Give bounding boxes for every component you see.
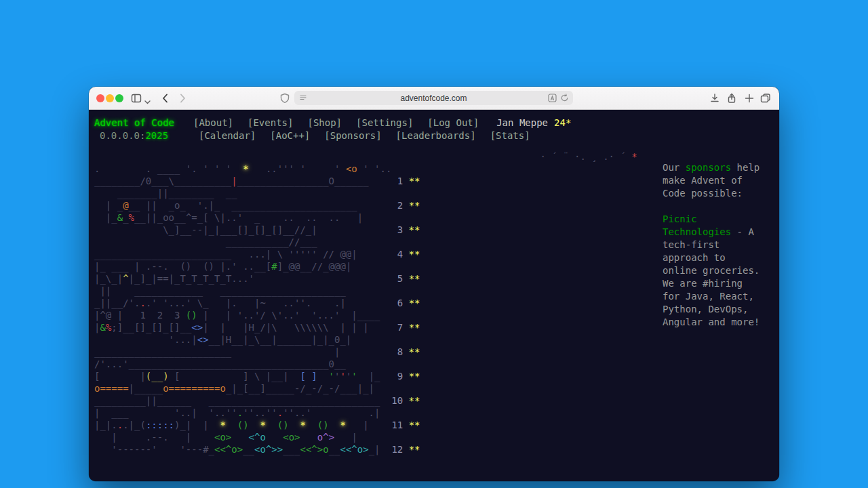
- calendar-art-line: · ´ ¨ ·. ¸ .· ´ *: [94, 151, 637, 162]
- nav-link-calendar[interactable]: [Calendar]: [199, 130, 256, 141]
- calendar-day-stars: **: [409, 444, 420, 455]
- calendar-day-stars: **: [409, 346, 420, 357]
- calendar: · ´ ¨ ·. ¸ .· ´ * . . ____ '. ' ' ' * ..…: [94, 150, 637, 455]
- calendar-day-number: 7: [391, 322, 408, 333]
- reader-icon[interactable]: [299, 94, 307, 104]
- calendar-day-number: 4: [391, 249, 408, 260]
- close-button[interactable]: [96, 94, 104, 102]
- event-year-link[interactable]: 2025: [145, 130, 168, 141]
- sponsors-link[interactable]: sponsors: [686, 162, 731, 173]
- url-text: adventofcode.com: [400, 94, 467, 103]
- calendar-day-stars: **: [409, 298, 420, 308]
- calendar-day-7-link[interactable]: |&%;]__[]_[]_[]__<>| | |H_/|\ \\\\\\ | |…: [94, 322, 420, 333]
- calendar-day-stars: **: [409, 322, 420, 333]
- calendar-art-line: '...|<>__|H__|_\__|______|_|_0_|: [94, 334, 351, 345]
- calendar-day-number: 3: [391, 224, 408, 235]
- share-icon[interactable]: [726, 93, 737, 104]
- calendar-day-number: 11: [391, 420, 408, 430]
- nav-link-logout[interactable]: [Log Out]: [427, 117, 479, 128]
- calendar-day-1-link[interactable]: ________/0___\__________|_______________…: [94, 176, 420, 186]
- nav-link-settings[interactable]: [Settings]: [356, 117, 413, 128]
- browser-window: adventofcode.com Advent of Code [About][…: [89, 87, 779, 481]
- calendar-day-stars: **: [409, 273, 420, 284]
- user-info: Jan Meppe24*: [496, 117, 571, 129]
- calendar-day-5-link[interactable]: |_\_|^|_]_|==|_T_T_T_T_T...' 5 **: [94, 273, 420, 284]
- calendar-day-number: 8: [391, 346, 408, 357]
- calendar-day-stars: **: [409, 395, 420, 406]
- user-star-count: 24*: [554, 117, 571, 128]
- calendar-art-line: /'...'__________________________________…: [94, 359, 346, 369]
- user-name: Jan Meppe: [496, 117, 548, 128]
- sponsor-picnic-link[interactable]: Picnic Technologies: [663, 214, 731, 237]
- calendar-day-stars: **: [409, 200, 420, 211]
- calendar-art-line: o=====|_____o=========o_|_[__]_____-/_-/…: [94, 383, 374, 394]
- sponsors-intro: Our sponsors help make Advent of Code po…: [663, 161, 764, 200]
- calendar-day-stars: **: [409, 249, 420, 260]
- translate-icon[interactable]: [548, 94, 557, 104]
- browser-toolbar: adventofcode.com: [89, 87, 779, 110]
- calendar-day-number: 6: [391, 298, 408, 308]
- tab-overview-icon[interactable]: [760, 93, 771, 104]
- secondary-nav: [Calendar][AoC++][Sponsors][Leaderboards…: [199, 129, 545, 142]
- zoom-button[interactable]: [115, 94, 123, 102]
- nav-link-stats[interactable]: [Stats]: [490, 130, 530, 141]
- calendar-art-line: ___________//___: [94, 237, 317, 247]
- reload-icon[interactable]: [560, 94, 569, 104]
- calendar-day-number: 5: [391, 273, 408, 284]
- forward-button[interactable]: [177, 93, 188, 104]
- calendar-day-number: 9: [391, 371, 408, 382]
- downloads-icon[interactable]: [709, 93, 720, 104]
- site-title-link[interactable]: Advent of Code: [94, 117, 174, 128]
- event-label: 0.0.0.0:2025: [94, 129, 199, 142]
- calendar-art-line: | .--. | <o> <^o <o> o^> |: [94, 432, 357, 443]
- calendar-day-12-link[interactable]: '------' '---#_<<^o>__<o^>>___<<^>o__<<^…: [94, 444, 420, 455]
- calendar-day-6-link[interactable]: _||__/'...' '...' \_ |. |~ ..''. .| 6 **: [94, 298, 420, 308]
- calendar-day-11-link[interactable]: |_|...|_(:::::)_| | * () * () * () * | 1…: [94, 420, 420, 430]
- nav-link-events[interactable]: [Events]: [248, 117, 293, 128]
- nav-link-leaderboards[interactable]: [Leaderboards]: [396, 130, 476, 141]
- page-content: Advent of Code [About][Events][Shop][Set…: [89, 110, 779, 481]
- calendar-day-stars: **: [409, 420, 420, 430]
- calendar-day-stars: **: [409, 371, 420, 382]
- nav-link-aoc[interactable]: [AoC++]: [270, 130, 310, 141]
- back-button[interactable]: [160, 93, 171, 104]
- nav-link-shop[interactable]: [Shop]: [307, 117, 342, 128]
- address-bar[interactable]: adventofcode.com: [294, 91, 573, 105]
- nav-link-about[interactable]: [About]: [193, 117, 233, 128]
- calendar-day-number: 12: [391, 444, 408, 455]
- site-header: Advent of Code [About][Events][Shop][Set…: [89, 110, 779, 142]
- nav-link-sponsors[interactable]: [Sponsors]: [324, 130, 381, 141]
- calendar-art-line: | ___ '..| '..''.''..''.''..' .|: [94, 407, 380, 418]
- privacy-shield-icon[interactable]: [279, 93, 290, 104]
- calendar-day-number: 10: [391, 395, 408, 406]
- chevron-down-icon[interactable]: [144, 96, 155, 106]
- calendar-day-3-link[interactable]: \_]__--|_|___[]_[]_[]__//_| 3 **: [94, 224, 420, 235]
- calendar-day-2-link[interactable]: | _@__ || _o_ '.|_ _____________________…: [94, 200, 420, 211]
- calendar-day-number: 1: [391, 176, 408, 186]
- calendar-day-10-link[interactable]: _________||______ ______________________…: [94, 395, 420, 406]
- calendar-art-line: _______||________ __: [94, 188, 237, 199]
- calendar-art-line: || ____________ ______________________: [94, 285, 346, 296]
- primary-nav: [About][Events][Shop][Settings][Log Out]: [193, 117, 493, 129]
- calendar-day-stars: **: [409, 176, 420, 186]
- calendar-day-9-link[interactable]: [ |(__) [ ] \ |__| [ ] ''''' |_ 9 **: [94, 371, 420, 382]
- sidebar-toggle-icon[interactable]: [131, 93, 142, 104]
- calendar-day-4-link[interactable]: ________________________ ...| \ ''''' //…: [94, 249, 420, 260]
- calendar-art-line: |_&_%__||_oo__^=_[ \|..' _ .. .. .. |: [94, 212, 363, 223]
- new-tab-icon[interactable]: [744, 93, 755, 104]
- sponsor-entry: Picnic Technologies - A tech-first appro…: [663, 213, 764, 329]
- calendar-day-8-link[interactable]: ________________________ | 8 **: [94, 346, 420, 357]
- calendar-art-line: . . ____ '. ' ' ' * ..''' ' ' <o ' '..: [94, 163, 391, 174]
- calendar-art-line: |_ ___ | .--. () () |.' ..__[#]_@@__//_@…: [94, 261, 351, 272]
- calendar-art-line: |^@ | 1 2 3 () | | '..'/ \'..' '...' |__…: [94, 310, 380, 321]
- sponsors-sidebar: Our sponsors help make Advent of Code po…: [663, 161, 764, 342]
- calendar-day-stars: **: [409, 224, 420, 235]
- minimize-button[interactable]: [106, 94, 114, 102]
- calendar-day-number: 2: [391, 200, 408, 211]
